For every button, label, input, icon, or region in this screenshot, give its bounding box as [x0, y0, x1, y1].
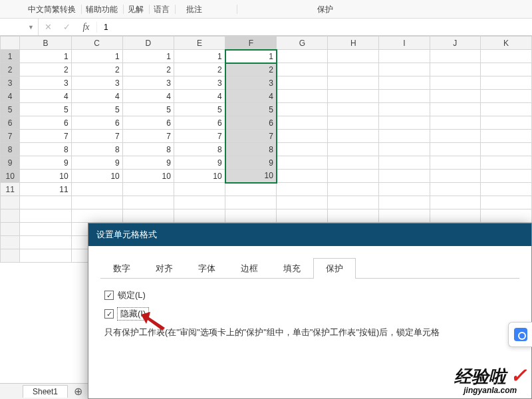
cell[interactable]: [430, 50, 481, 63]
cell[interactable]: [430, 130, 481, 143]
row-header[interactable]: 4: [1, 90, 20, 103]
cell[interactable]: 5: [71, 103, 122, 116]
dialog-tab-2[interactable]: 字体: [186, 258, 228, 279]
cell[interactable]: 7: [71, 130, 122, 143]
cell[interactable]: [225, 196, 277, 209]
cell[interactable]: 8: [71, 143, 122, 156]
cell[interactable]: [277, 76, 328, 90]
cell[interactable]: [379, 63, 430, 76]
cell[interactable]: [430, 116, 481, 130]
cell[interactable]: 1: [71, 50, 122, 63]
cell[interactable]: [71, 209, 122, 223]
cell[interactable]: 4: [225, 90, 277, 103]
cell[interactable]: [430, 170, 481, 183]
cell[interactable]: [277, 183, 328, 196]
cell[interactable]: [481, 63, 532, 76]
cell[interactable]: 10: [122, 170, 174, 183]
cell[interactable]: [379, 170, 430, 183]
cell[interactable]: [174, 196, 225, 209]
cell[interactable]: 5: [225, 103, 277, 116]
dialog-tab-4[interactable]: 填充: [271, 258, 313, 279]
cell[interactable]: 9: [225, 156, 277, 170]
row-header[interactable]: 6: [1, 116, 20, 130]
row-header[interactable]: [1, 249, 20, 263]
row-header[interactable]: [1, 209, 20, 223]
ribbon-group-insights[interactable]: 见解: [123, 5, 148, 14]
hide-checkbox[interactable]: [104, 309, 114, 319]
cell[interactable]: 7: [122, 130, 174, 143]
row-header[interactable]: 2: [1, 63, 20, 76]
cell[interactable]: 3: [225, 76, 277, 90]
cell[interactable]: 2: [122, 63, 174, 76]
cell[interactable]: [379, 209, 430, 223]
cell[interactable]: [71, 196, 122, 209]
cell[interactable]: 9: [122, 156, 174, 170]
cell[interactable]: [379, 196, 430, 209]
cell[interactable]: [328, 116, 379, 130]
cell[interactable]: 3: [122, 76, 174, 90]
cell[interactable]: [379, 156, 430, 170]
cell[interactable]: [277, 156, 328, 170]
cell[interactable]: [277, 209, 328, 223]
column-header[interactable]: I: [379, 37, 430, 50]
cell[interactable]: [481, 76, 532, 90]
cell[interactable]: 8: [174, 143, 225, 156]
cell[interactable]: [328, 143, 379, 156]
cell[interactable]: [71, 183, 122, 196]
cell[interactable]: 6: [174, 116, 225, 130]
cell[interactable]: [328, 50, 379, 63]
lock-checkbox-row[interactable]: 锁定(L): [104, 289, 515, 301]
cell[interactable]: [430, 76, 481, 90]
row-header[interactable]: 1: [1, 50, 20, 63]
cell[interactable]: [379, 103, 430, 116]
cell[interactable]: 3: [174, 76, 225, 90]
cell[interactable]: 5: [20, 103, 71, 116]
column-header[interactable]: K: [481, 37, 532, 50]
cell[interactable]: [379, 116, 430, 130]
cell[interactable]: 1: [122, 50, 174, 63]
cell[interactable]: 6: [225, 116, 277, 130]
cell[interactable]: [430, 103, 481, 116]
column-header[interactable]: J: [430, 37, 481, 50]
cell[interactable]: 6: [122, 116, 174, 130]
cell[interactable]: [430, 90, 481, 103]
lock-checkbox[interactable]: [104, 291, 114, 300]
cell[interactable]: 10: [174, 170, 225, 183]
cell[interactable]: 10: [71, 170, 122, 183]
add-sheet-button[interactable]: ⊕: [70, 384, 85, 399]
cell[interactable]: 9: [20, 156, 71, 170]
cell[interactable]: [328, 209, 379, 223]
column-header[interactable]: H: [328, 37, 379, 50]
cancel-formula-icon[interactable]: ✕: [39, 22, 57, 32]
cell[interactable]: 6: [71, 116, 122, 130]
cell[interactable]: [20, 196, 71, 209]
row-header[interactable]: 7: [1, 130, 20, 143]
cell[interactable]: [20, 236, 71, 249]
cell[interactable]: [277, 50, 328, 63]
cell[interactable]: [430, 63, 481, 76]
cell[interactable]: [379, 143, 430, 156]
cell[interactable]: 3: [20, 76, 71, 90]
side-floating-button[interactable]: [508, 322, 532, 347]
ribbon-group-accessibility[interactable]: 辅助功能: [81, 5, 122, 14]
dialog-tab-5[interactable]: 保护: [313, 258, 356, 279]
cell[interactable]: [277, 90, 328, 103]
cell[interactable]: 9: [71, 156, 122, 170]
cell[interactable]: [379, 90, 430, 103]
row-header[interactable]: 5: [1, 103, 20, 116]
cell[interactable]: [430, 156, 481, 170]
cell[interactable]: 10: [20, 170, 71, 183]
cell[interactable]: 1: [174, 50, 225, 63]
cell[interactable]: 2: [71, 63, 122, 76]
cell[interactable]: [328, 63, 379, 76]
cell[interactable]: 4: [20, 90, 71, 103]
cell[interactable]: 1: [225, 50, 277, 63]
cell[interactable]: [481, 196, 532, 209]
column-header[interactable]: F: [225, 37, 277, 50]
cell[interactable]: 8: [20, 143, 71, 156]
cell[interactable]: 10: [225, 170, 277, 183]
cell[interactable]: [277, 63, 328, 76]
cell[interactable]: 5: [174, 103, 225, 116]
cell[interactable]: 4: [122, 90, 174, 103]
row-header[interactable]: 9: [1, 156, 20, 170]
